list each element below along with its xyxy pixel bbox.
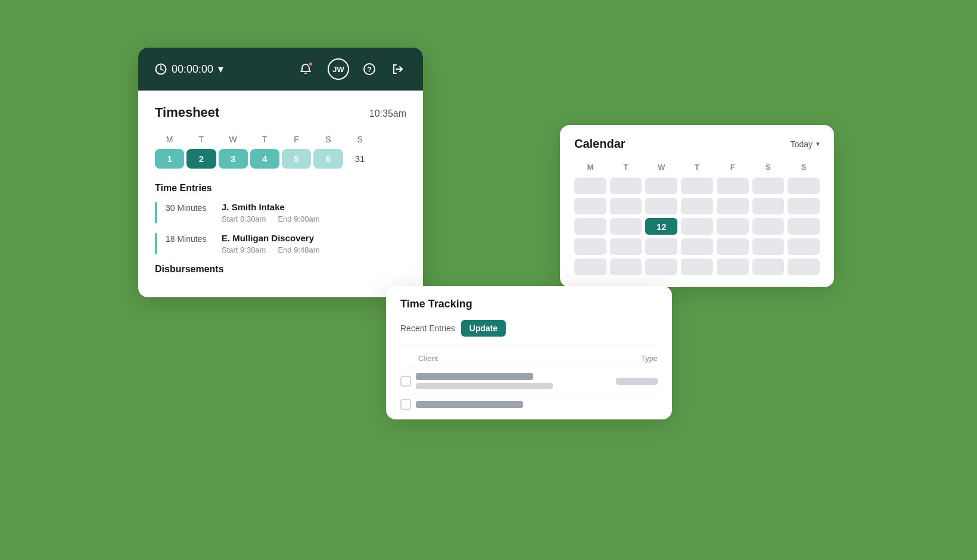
tt-row-1-name-skeleton [416,373,533,380]
week-header-s1: S [313,132,343,147]
cal-cell-r2c3[interactable] [645,198,677,214]
cal-cell-r5c1[interactable] [574,259,606,275]
week-header-s2: S [346,132,375,147]
cal-cell-r1c2[interactable] [610,178,642,194]
entry-name-2: E. Mulligan Discovery [222,233,406,243]
week-day-2[interactable]: 2 [186,149,216,169]
tt-row-1-sub-skeleton [416,383,553,389]
cal-cell-r5c4[interactable] [681,259,713,275]
cal-cell-r4c7[interactable] [788,238,820,255]
cal-cell-r5c2[interactable] [610,259,642,275]
cal-cell-r4c2[interactable] [610,238,642,255]
calendar-grid: M T W T F S S 12 [574,160,820,275]
cal-cell-r5c7[interactable] [788,259,820,275]
timesheet-title-row: Timesheet 10:35am [155,105,406,120]
disbursements-label: Disbursements [155,264,406,275]
timesheet-header: 00:00:00 ▾ JW ? [138,48,423,91]
notification-bell-button[interactable] [295,59,316,79]
time-entry-1: 30 Minutes J. Smith Intake Start 8:30am … [155,202,406,223]
entry-start-1: Start 8:30am [222,214,266,223]
entry-end-1: End 9:00am [278,214,319,223]
cal-cell-r4c6[interactable] [752,238,785,255]
logout-icon [391,63,405,76]
week-day-5[interactable]: 5 [282,149,311,169]
cal-cell-r4c3[interactable] [645,238,677,255]
week-header-t1: T [186,132,216,147]
cal-cell-r3c5[interactable] [717,218,749,235]
week-day-3[interactable]: 3 [219,149,248,169]
cal-cell-r4c5[interactable] [717,238,749,255]
cal-header-w: W [645,160,677,174]
tab-recent-entries[interactable]: Recent Entries [400,323,455,333]
cal-cell-r1c3[interactable] [645,178,677,194]
cal-cell-r3c2[interactable] [610,218,642,235]
cal-cell-r2c6[interactable] [752,198,785,214]
logout-button[interactable] [390,61,406,77]
tt-row-1 [400,368,658,394]
timesheet-title: Timesheet [155,105,219,120]
disbursements-section: Disbursements [155,264,406,275]
week-header-m: M [155,132,184,147]
cal-cell-r2c7[interactable] [788,198,820,214]
tt-row-1-client [416,373,611,389]
tab-update-button[interactable]: Update [461,320,506,337]
cal-cell-r5c5[interactable] [717,259,749,275]
cal-cell-r4c1[interactable] [574,238,606,255]
tt-row-1-checkbox[interactable] [400,376,411,387]
cal-cell-r1c7[interactable] [788,178,820,194]
help-icon: ? [363,63,376,76]
week-header-t2: T [250,132,279,147]
week-strip: M T W T F S S 1 2 3 4 5 6 31 [155,132,406,169]
cal-cell-r3c4[interactable] [681,218,713,235]
help-button[interactable]: ? [361,61,378,77]
cal-cell-r3c1[interactable] [574,218,606,235]
entry-start-2: Start 9:30am [222,245,266,254]
tt-type-header: Type [616,354,658,363]
timer-display[interactable]: 00:00:00 ▾ [155,63,223,76]
entry-bar-1 [155,202,157,223]
calendar-header: Calendar Today ▾ [574,137,820,151]
today-chevron: ▾ [816,140,820,148]
time-tracking-header: Time Tracking [400,298,658,310]
cal-header-t2: T [681,160,713,174]
user-initials: JW [332,65,344,74]
week-day-4[interactable]: 4 [250,149,279,169]
time-entries-label: Time Entries [155,183,406,194]
entry-duration-2: 18 Minutes [166,233,213,254]
tt-row-2-checkbox[interactable] [400,399,411,410]
cal-cell-r1c5[interactable] [717,178,749,194]
cal-cell-r2c2[interactable] [610,198,642,214]
calendar-card: Calendar Today ▾ M T W T F S S 12 [560,125,834,287]
cal-cell-r1c1[interactable] [574,178,606,194]
svg-line-2 [161,69,163,70]
time-entry-2: 18 Minutes E. Mulligan Discovery Start 9… [155,233,406,254]
entry-duration-1: 30 Minutes [166,202,213,223]
cal-cell-r1c4[interactable] [681,178,713,194]
week-start-num: 31 [346,150,375,167]
cal-cell-r5c3[interactable] [645,259,677,275]
cal-cell-r2c4[interactable] [681,198,713,214]
time-tracking-tabs: Recent Entries Update [400,320,658,344]
today-button[interactable]: Today ▾ [791,139,820,149]
entry-details-2: E. Mulligan Discovery Start 9:30am End 9… [222,233,406,254]
week-day-6[interactable]: 6 [313,149,343,169]
cal-cell-r3c7[interactable] [788,218,820,235]
cal-header-t1: T [610,160,642,174]
current-time: 10:35am [369,108,406,119]
week-header-f: F [282,132,311,147]
entry-bar-2 [155,233,157,254]
cal-header-m: M [574,160,606,174]
timer-value: 00:00:00 [172,63,213,76]
cal-cell-r4c4[interactable] [681,238,713,255]
entry-name-1: J. Smith Intake [222,202,406,212]
cal-cell-r2c1[interactable] [574,198,606,214]
cal-cell-r5c6[interactable] [752,259,785,275]
user-avatar-button[interactable]: JW [328,58,349,80]
tt-col-headers: Client Type [400,351,658,368]
cal-cell-r3c3-active[interactable]: 12 [645,218,677,235]
week-day-1[interactable]: 1 [155,149,184,169]
cal-cell-r3c6[interactable] [752,218,785,235]
cal-cell-r1c6[interactable] [752,178,785,194]
cal-cell-r2c5[interactable] [717,198,749,214]
entry-end-2: End 9:48am [278,245,319,254]
